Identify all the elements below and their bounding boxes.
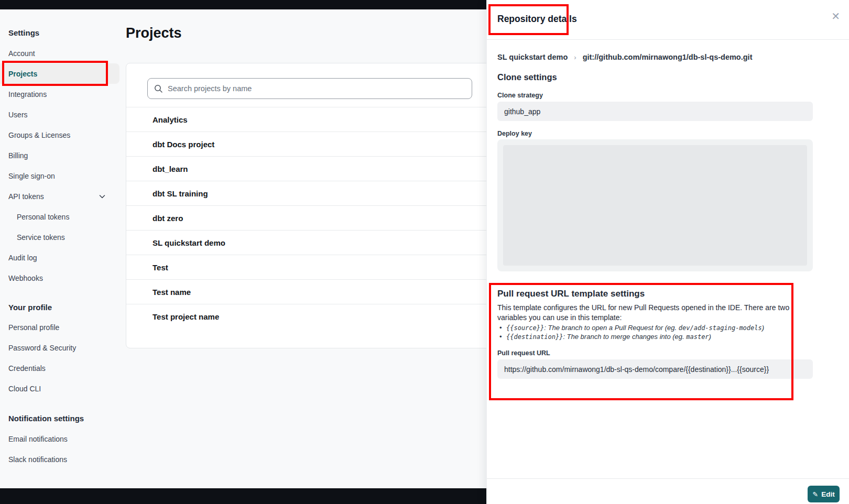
project-row[interactable]: dbt Docs project xyxy=(126,132,492,156)
breadcrumb-separator-icon: › xyxy=(574,53,576,61)
project-row[interactable]: dbt zero xyxy=(126,205,492,230)
pr-template-variables: {{source}}: The branch to open a Pull Re… xyxy=(498,324,808,341)
breadcrumb-project-name: SL quickstart demo xyxy=(497,53,568,61)
projects-card: Analytics dbt Docs project dbt_learn dbt… xyxy=(126,63,493,348)
sidebar-item-billing[interactable]: Billing xyxy=(0,145,119,166)
sidebar-item-password-security[interactable]: Password & Security xyxy=(0,337,119,358)
clone-settings-heading: Clone settings xyxy=(497,72,557,82)
settings-nav-list: Account Projects Integrations Users Grou… xyxy=(0,43,119,288)
settings-sidebar: Settings Account Projects Integrations U… xyxy=(0,0,119,504)
sidebar-item-audit-log[interactable]: Audit log xyxy=(0,247,119,268)
sidebar-item-integrations[interactable]: Integrations xyxy=(0,84,119,104)
page-title: Projects xyxy=(126,25,182,41)
project-search[interactable] xyxy=(147,78,472,99)
sidebar-item-api-tokens[interactable]: API tokens xyxy=(0,186,119,206)
sidebar-item-service-tokens[interactable]: Service tokens xyxy=(0,227,119,247)
close-icon[interactable]: ✕ xyxy=(831,11,840,21)
edit-button[interactable]: ✎ Edit xyxy=(808,486,840,502)
project-row[interactable]: dbt_learn xyxy=(126,156,492,181)
sidebar-item-personal-profile[interactable]: Personal profile xyxy=(0,317,119,337)
sidebar-item-cloud-cli[interactable]: Cloud CLI xyxy=(0,378,119,399)
deploy-key-label: Deploy key xyxy=(497,130,532,137)
search-icon xyxy=(154,84,163,93)
sidebar-heading-notification-settings: Notification settings xyxy=(8,414,84,423)
clone-strategy-label: Clone strategy xyxy=(497,92,543,99)
breadcrumb-repo-url: git://github.com/mirnawong1/db-sl-qs-dem… xyxy=(583,53,753,61)
pull-request-url-value: https://github.com/mirnawong1/db-sl-qs-d… xyxy=(497,359,813,379)
sidebar-item-projects[interactable]: Projects xyxy=(0,63,119,84)
pull-request-url-label: Pull request URL xyxy=(497,349,550,357)
pencil-icon: ✎ xyxy=(812,490,818,498)
deploy-key-field xyxy=(497,139,813,271)
sidebar-item-email-notifications[interactable]: Email notifications xyxy=(0,429,119,449)
project-row[interactable]: SL quickstart demo xyxy=(126,230,492,255)
sidebar-item-personal-tokens[interactable]: Personal tokens xyxy=(0,206,119,227)
sidebar-item-single-sign-on[interactable]: Single sign-on xyxy=(0,166,119,186)
panel-header-divider xyxy=(487,39,849,40)
project-row[interactable]: Test xyxy=(126,255,492,279)
sidebar-item-users[interactable]: Users xyxy=(0,104,119,125)
project-row[interactable]: Test project name xyxy=(126,304,492,328)
pr-template-heading: Pull request URL template settings xyxy=(497,289,645,299)
panel-title: Repository details xyxy=(497,14,577,25)
search-input[interactable] xyxy=(168,84,465,93)
project-row[interactable]: Test name xyxy=(126,279,492,304)
breadcrumb: SL quickstart demo › git://github.com/mi… xyxy=(497,53,752,61)
project-list: Analytics dbt Docs project dbt_learn dbt… xyxy=(126,107,492,328)
chevron-down-icon xyxy=(99,193,106,200)
project-row[interactable]: Analytics xyxy=(126,107,492,132)
sidebar-item-credentials[interactable]: Credentials xyxy=(0,358,119,378)
panel-footer-divider xyxy=(487,478,849,479)
clone-strategy-value: github_app xyxy=(497,102,813,121)
profile-nav-list: Personal profile Password & Security Cre… xyxy=(0,317,119,399)
sidebar-item-slack-notifications[interactable]: Slack notifications xyxy=(0,449,119,469)
variable-source: {{source}}: The branch to open a Pull Re… xyxy=(498,324,808,333)
project-row[interactable]: dbt SL training xyxy=(126,181,492,205)
variable-destination: {{destination}}: The branch to merge cha… xyxy=(498,333,808,342)
sidebar-item-webhooks[interactable]: Webhooks xyxy=(0,268,119,288)
sidebar-heading-your-profile: Your profile xyxy=(8,303,52,312)
repository-details-panel: Repository details ✕ SL quickstart demo … xyxy=(486,0,849,504)
app-window: Settings Account Projects Integrations U… xyxy=(0,0,849,504)
deploy-key-redacted-value xyxy=(503,145,807,266)
sidebar-heading-settings: Settings xyxy=(8,28,39,37)
sidebar-item-groups-licenses[interactable]: Groups & Licenses xyxy=(0,125,119,145)
sidebar-item-account[interactable]: Account xyxy=(0,43,119,63)
pr-template-description: This template configures the URL for new… xyxy=(497,303,812,323)
notifications-nav-list: Email notifications Slack notifications xyxy=(0,429,119,469)
